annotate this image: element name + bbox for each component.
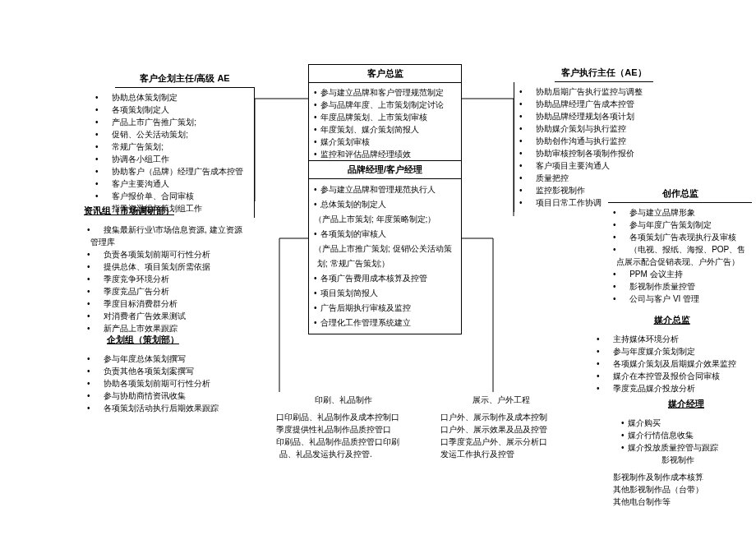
list-item: 发运工作执行及控管 bbox=[440, 448, 562, 460]
list-item: •合理化工作管理系统建立 bbox=[314, 316, 456, 330]
list-item: • 协助各项策划前期可行性分析 bbox=[87, 377, 250, 390]
creative-title: 创作总监 bbox=[608, 185, 752, 203]
print-title: 印刷、礼品制作 bbox=[271, 392, 415, 408]
list-item: • 负责各项策划前期可行性分析 bbox=[87, 248, 250, 261]
list-item: • 各项策划活动执行后期效果跟踪 bbox=[87, 402, 250, 414]
plan-group-box: 企划组（策划部） • 参与年度总体策划撰写• 负责其他各项策划案撰写• 协助各项… bbox=[82, 330, 255, 417]
list-item: • 季度竞品广告分析 bbox=[87, 285, 250, 297]
outdoor-items: 口户外、展示制作及成本控制口户外、展示效果及品及控管口季度竞品户外、展示分析口发… bbox=[436, 408, 567, 464]
list-item: • 影视制作质量控管 bbox=[613, 280, 747, 293]
list-item: • 各项策划制定人 bbox=[95, 104, 249, 116]
ae-senior-items: • 协助总体策划制定• 各项策划制定人• 产品上市广告推广策划;• 促销、公关活… bbox=[90, 88, 255, 218]
list-item: （产品上市策划; 年度策略制定;） bbox=[314, 212, 456, 227]
media-director-items: • 主持媒体环境分析• 参与年度媒介策划制定• 各项媒介策划及后期媒介效果监控•… bbox=[592, 330, 752, 398]
list-item: • 参与年度总体策划撰写 bbox=[87, 353, 250, 365]
brand-mgr-box: 品牌经理/客户经理 •参与建立品牌和管理规范执行人•总体策划的制定人（产品上市策… bbox=[308, 160, 462, 334]
list-item: • 公司与客户 VI 管理 bbox=[613, 293, 747, 305]
list-item: •项目策划简报人 bbox=[314, 286, 456, 301]
list-item: • 协助客户（品牌）经理广告成本控管 bbox=[95, 165, 249, 178]
media-mgr-title: 媒介经理 bbox=[616, 394, 756, 413]
list-item: • 促销、公关活动策划; bbox=[95, 128, 249, 141]
video-box: 影视制作 影视制作及制作成本核算其他影视制作品（台带）其他电台制作等 bbox=[608, 452, 748, 511]
director-items: •参与建立品牌和客户管理规范制定•参与品牌年度、上市策划制定讨论•年度品牌策划、… bbox=[309, 83, 461, 164]
list-item: • 提供总体、项目策划所需依据 bbox=[87, 261, 250, 273]
list-item: • （电视、报纸、海报、POP、售点展示配合促销表现、户外广告） bbox=[613, 243, 747, 268]
list-item: • 客户报价单、合同审核 bbox=[95, 190, 249, 202]
list-item: 口户外、展示制作及成本控制 bbox=[440, 411, 562, 423]
list-item: 季度提供性礼品制作品质控管口 bbox=[276, 423, 410, 436]
list-item: •媒介策划审核 bbox=[314, 136, 456, 148]
list-item: • 协助审核控制各项制作报价 bbox=[519, 147, 673, 159]
list-item: • 协助品牌经理规划各项计划 bbox=[519, 110, 673, 122]
list-item: •参与建立品牌和管理规范执行人 bbox=[314, 182, 456, 197]
director-title: 客户总监 bbox=[309, 65, 461, 83]
list-item: •各项广告费用成本核算及控管 bbox=[314, 271, 456, 286]
list-item: • 参与年度广告策划制定 bbox=[613, 219, 747, 231]
list-item: • 季度竞品媒介投放分析 bbox=[597, 382, 747, 394]
plan-group-items: • 参与年度总体策划撰写• 负责其他各项策划案撰写• 协助各项策划前期可行性分析… bbox=[82, 349, 255, 417]
list-item: • 参与建立品牌形象 bbox=[613, 206, 747, 219]
list-item: 口印刷品、礼品制作及成本控制口 bbox=[276, 411, 410, 423]
media-director-title: 媒介总监 bbox=[592, 311, 752, 330]
list-item: • 客户项目主要沟通人 bbox=[519, 159, 673, 172]
list-item: • 产品上市广告推广策划; bbox=[95, 116, 249, 128]
ae-senior-title: 客户企划主任/高级 AE bbox=[115, 70, 255, 88]
list-item: •广告后期执行审核及监控 bbox=[314, 301, 456, 316]
brand-mgr-title: 品牌经理/客户经理 bbox=[309, 161, 461, 179]
print-box: 印刷、礼品制作 口印刷品、礼品制作及成本控制口季度提供性礼品制作品质控管口印刷品… bbox=[271, 392, 415, 464]
list-item: • 参与协助商情资讯收集 bbox=[87, 390, 250, 402]
list-item: • 各项媒介策划及后期媒介效果监控 bbox=[597, 357, 747, 370]
list-item: • 对消费者广告效果测试 bbox=[87, 310, 250, 322]
media-director-box: 媒介总监 • 主持媒体环境分析• 参与年度媒介策划制定• 各项媒介策划及后期媒介… bbox=[592, 311, 752, 398]
list-item: • 媒介在本控管及报价合同审核 bbox=[597, 370, 747, 382]
director-box: 客户总监 •参与建立品牌和客户管理规范制定•参与品牌年度、上市策划制定讨论•年度… bbox=[308, 64, 462, 164]
list-item: •年度策划、媒介策划简报人 bbox=[314, 123, 456, 136]
list-item: • 负责其他各项策划案撰写 bbox=[87, 365, 250, 377]
media-mgr-items: •媒介购买•媒介行情信息收集•媒介投放质量控管与跟踪 bbox=[616, 413, 756, 457]
list-item: • 参与年度媒介策划制定 bbox=[597, 345, 747, 357]
list-item: •各项策划的审核人 bbox=[314, 227, 456, 242]
list-item: • 协助后期广告执行监控与调整 bbox=[519, 85, 673, 98]
media-mgr-box: 媒介经理 •媒介购买•媒介行情信息收集•媒介投放质量控管与跟踪 bbox=[616, 394, 756, 457]
list-item: •总体策划的制定人 bbox=[314, 197, 456, 212]
list-item: •年度品牌策划、上市策划审核 bbox=[314, 111, 456, 123]
list-item: • PPM 会议主持 bbox=[613, 268, 747, 280]
list-item: •参与建立品牌和客户管理规范制定 bbox=[314, 86, 456, 99]
list-item: • 协助创作沟通与执行监控 bbox=[519, 135, 673, 147]
list-item: •监控和评估品牌经理绩效 bbox=[314, 148, 456, 160]
plan-group-title: 企划组（策划部） bbox=[82, 330, 255, 349]
list-item: 印刷品、礼品制作品质控管口印刷品、礼品发运执行及控管. bbox=[276, 436, 410, 460]
outdoor-title: 展示、户外工程 bbox=[436, 392, 567, 408]
list-item: • 客户主要沟通人 bbox=[95, 178, 249, 190]
outdoor-box: 展示、户外工程 口户外、展示制作及成本控制口户外、展示效果及品及控管口季度竞品户… bbox=[436, 392, 567, 464]
brand-mgr-items: •参与建立品牌和管理规范执行人•总体策划的制定人（产品上市策划; 年度策略制定;… bbox=[309, 179, 461, 334]
video-items: 影视制作及制作成本核算其他影视制作品（台带）其他电台制作等 bbox=[608, 468, 748, 511]
list-item: • 质量把控 bbox=[519, 172, 673, 184]
info-group-items: • 搜集最新行业\市场信息资源, 建立资源管理库• 负责各项策划前期可行性分析•… bbox=[82, 220, 255, 338]
list-item: • 季度目标消费群分析 bbox=[87, 297, 250, 310]
list-item: • 协助品牌经理广告成本控管 bbox=[519, 98, 673, 110]
list-item: • 季度竞争环境分析 bbox=[87, 273, 250, 285]
print-items: 口印刷品、礼品制作及成本控制口季度提供性礼品制作品质控管口印刷品、礼品制作品质控… bbox=[271, 408, 415, 464]
list-item: 影视制作及制作成本核算 bbox=[613, 471, 743, 483]
list-item: 其他电台制作等 bbox=[613, 496, 743, 508]
list-item: 其他影视制作品（台带） bbox=[613, 483, 743, 496]
list-item: • 协助总体策划制定 bbox=[95, 91, 249, 104]
info-group-title: 资讯组（市场调研部） bbox=[82, 201, 255, 220]
list-item: • 协调各小组工作 bbox=[95, 153, 249, 165]
list-item: • 协助媒介策划与执行监控 bbox=[519, 122, 673, 135]
exec-ae-title: 客户执行主任（AE） bbox=[555, 64, 653, 82]
list-item: •参与品牌年度、上市策划制定讨论 bbox=[314, 99, 456, 111]
list-item: 口季度竞品户外、展示分析口 bbox=[440, 436, 562, 448]
list-item: （产品上市推广策划; 促销\公关活动策划; 常规广告策划;） bbox=[314, 242, 456, 271]
list-item: • 各项策划广告表现执行及审核 bbox=[613, 231, 747, 243]
info-group-box: 资讯组（市场调研部） • 搜集最新行业\市场信息资源, 建立资源管理库• 负责各… bbox=[82, 201, 255, 338]
list-item: •媒介行情信息收集 bbox=[621, 429, 751, 441]
list-item: • 常规广告策划; bbox=[95, 141, 249, 153]
video-title: 影视制作 bbox=[608, 452, 748, 468]
list-item: • 主持媒体环境分析 bbox=[597, 333, 747, 345]
ae-senior-box: 客户企划主任/高级 AE • 协助总体策划制定• 各项策划制定人• 产品上市广告… bbox=[90, 70, 255, 218]
creative-box: 创作总监 • 参与建立品牌形象• 参与年度广告策划制定• 各项策划广告表现执行及… bbox=[608, 185, 752, 308]
list-item: • 搜集最新行业\市场信息资源, 建立资源管理库 bbox=[87, 224, 250, 248]
creative-items: • 参与建立品牌形象• 参与年度广告策划制定• 各项策划广告表现执行及审核• （… bbox=[608, 203, 752, 308]
